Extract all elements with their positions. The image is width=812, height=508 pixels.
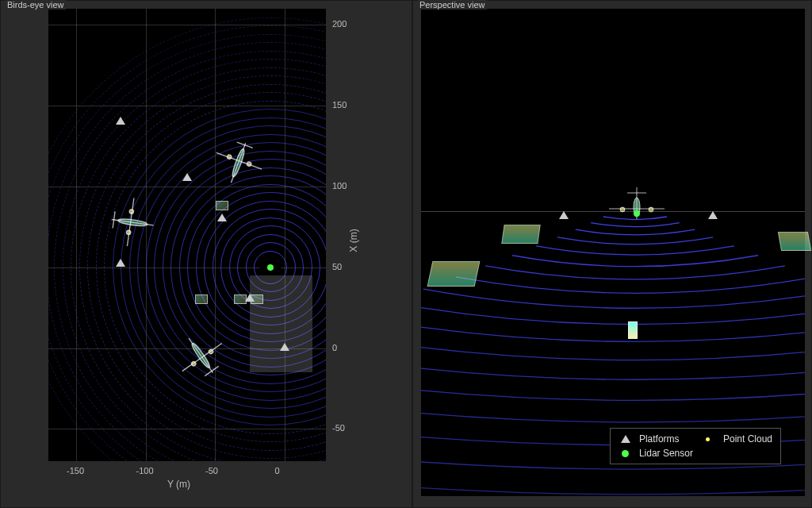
platform-icon xyxy=(621,435,630,443)
y-tick: 0 xyxy=(275,466,280,475)
lidar-arcs xyxy=(421,9,805,496)
lidar-ring xyxy=(48,17,326,461)
x-tick: 150 xyxy=(332,100,347,110)
ground-vehicle xyxy=(628,321,638,339)
svg-point-4 xyxy=(247,162,252,167)
x-axis-label: X (m) xyxy=(348,229,359,252)
x-tick: 50 xyxy=(332,262,342,271)
y-tick: -150 xyxy=(67,466,84,475)
svg-point-10 xyxy=(129,209,134,214)
aircraft xyxy=(213,136,266,189)
platform-marker xyxy=(116,259,125,267)
point-cloud-icon xyxy=(706,437,710,441)
birds-eye-title: Birds-eye view xyxy=(6,0,66,10)
x-tick: 200 xyxy=(332,19,347,29)
svg-point-5 xyxy=(227,155,232,160)
terminal-building xyxy=(250,275,312,372)
svg-point-9 xyxy=(117,217,147,227)
aircraft-front-sensor-dot xyxy=(634,210,640,217)
svg-line-14 xyxy=(205,366,218,375)
y-tick: -50 xyxy=(205,466,218,475)
y-axis-label: Y (m) xyxy=(167,479,190,490)
platform-marker xyxy=(116,117,125,125)
svg-point-22 xyxy=(620,207,625,212)
svg-line-2 xyxy=(236,143,252,148)
birds-eye-panel: Birds-eye view xyxy=(0,0,412,508)
legend: Platforms Point Cloud Lidar Sensor xyxy=(610,428,781,464)
lidar-sensor-marker xyxy=(267,264,274,271)
perspective-plot[interactable]: Platforms Point Cloud Lidar Sensor xyxy=(421,9,805,496)
x-tick: 0 xyxy=(332,343,337,352)
svg-point-3 xyxy=(231,148,246,178)
perspective-panel: Perspective view xyxy=(412,0,812,508)
svg-point-23 xyxy=(649,207,653,212)
birds-eye-plot[interactable] xyxy=(48,9,326,461)
x-tick: -50 xyxy=(332,423,345,433)
ground-vehicle xyxy=(216,201,228,210)
x-tick: 100 xyxy=(332,181,347,190)
platform-marker xyxy=(708,211,718,219)
platform-marker xyxy=(559,211,569,219)
perspective-title: Perspective view xyxy=(418,0,487,10)
platform-marker xyxy=(182,173,192,181)
aircraft xyxy=(174,329,228,383)
platform-marker xyxy=(280,343,289,351)
platform-marker xyxy=(217,214,227,221)
legend-platforms: Platforms xyxy=(639,433,693,444)
legend-lidar: Lidar Sensor xyxy=(639,448,693,459)
platform-marker xyxy=(245,294,255,302)
ground-vehicle xyxy=(195,294,208,304)
aircraft xyxy=(105,195,159,248)
legend-pointcloud: Point Cloud xyxy=(723,433,772,444)
aircraft-front xyxy=(605,183,668,223)
svg-point-11 xyxy=(126,230,131,235)
lidar-sensor-icon xyxy=(622,450,629,457)
y-tick: -100 xyxy=(136,466,154,475)
